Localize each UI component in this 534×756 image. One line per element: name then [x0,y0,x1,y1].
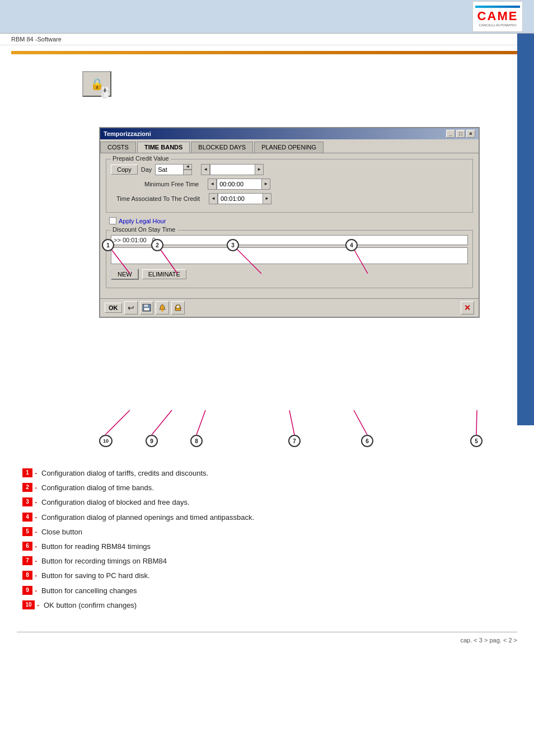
min-free-input[interactable] [217,179,261,190]
legend-badge-9: 9 [22,586,32,595]
discount-section-label: Discount On Stay Time [111,226,177,233]
legend-item-8: 8 - Button for saving to PC hard disk. [22,571,512,581]
accent-bar [11,51,523,54]
legend-text-8: Button for saving to PC hard disk. [41,571,150,581]
legend-item-2: 2 - Configuration dialog of time bands. [22,483,512,493]
dialog-window: Temporizzazioni _ □ × COSTS TIME BANDS B… [99,127,480,318]
right-spin-right[interactable]: ► [255,164,264,175]
apply-legal-checkbox[interactable] [109,217,116,224]
legend-item-5: 5 - Close button [22,527,512,537]
save-icon-button[interactable] [140,301,153,314]
minimize-button[interactable]: _ [446,130,455,138]
right-spin-left[interactable]: ◄ [201,164,210,175]
legend-item-4: 4 - Configuration dialog of planned open… [22,513,512,523]
legend-item-10: 10 - OK button (confirm changes) [22,600,512,611]
new-button[interactable]: NEW [111,269,139,280]
logo-text: CAME [477,9,518,24]
min-free-spin-left[interactable]: ◄ [208,179,217,190]
circle-2: 2 [151,239,163,251]
circle-4: 4 [345,239,358,251]
legend-dash-2: - [35,483,41,493]
legend-badge-8: 8 [22,571,32,580]
circle-9: 9 [146,435,158,447]
circle-1: 1 [102,239,114,251]
legend-dash-6: - [35,542,41,552]
dialog-body: Prepaid Credit Value Copy Day ◄ [100,153,479,298]
time-assoc-row: Time Associated To The Credit ◄ ► [111,193,468,204]
legend-badge-7: 7 [22,556,32,565]
legend-badge-4: 4 [22,513,32,522]
legend-item-9: 9 - Button for cancelling changes [22,586,512,596]
discount-table-row: >> 00:01:00 0 [111,235,468,245]
maximize-button[interactable]: □ [456,130,465,138]
write-icon-button[interactable] [171,301,185,314]
cancel-icon-button[interactable]: ↩ [124,301,138,314]
close-button[interactable]: ✕ [461,301,474,314]
time-assoc-label: Time Associated To The Credit [116,195,200,202]
screenshot-area: 🔒 🖱️ 1 2 3 4 5 6 7 8 9 10 Temporizzazion… [49,65,485,457]
legend-badge-2: 2 [22,483,32,492]
legend-area: 1 - Configuration dialog of tariffs, cre… [17,468,517,611]
time-assoc-input[interactable] [218,193,263,204]
tabs-row: COSTS TIME BANDS BLOCKED DAYS PLANED OPE… [100,139,479,153]
legend-text-6: Button for reading RBM84 timings [41,542,151,552]
app-icon-area: 🔒 🖱️ [82,71,111,97]
legend-badge-5: 5 [22,527,32,536]
bell-icon [158,303,167,312]
discount-section: Discount On Stay Time >> 00:01:00 0 NEW … [106,230,473,288]
day-spin-buttons: ◄ [183,164,192,175]
save-icon [142,304,151,312]
copy-row: Copy Day ◄ ◄ ► [111,164,468,175]
ok-button[interactable]: OK [105,303,122,313]
tab-planed-opening[interactable]: PLANED OPENING [254,142,324,153]
apply-legal-row: Apply Legal Hour [109,217,473,224]
close-title-button[interactable]: × [466,130,475,138]
prepaid-section: Prepaid Credit Value Copy Day ◄ [106,159,473,213]
day-spin-down[interactable] [183,170,192,175]
dialog-titlebar: Temporizzazioni _ □ × [100,128,479,139]
legend-badge-10: 10 [22,600,35,609]
circle-8: 8 [190,435,203,447]
discount-buttons-row: NEW ELIMINATE [111,269,468,280]
svg-marker-5 [175,308,181,311]
right-value-1[interactable] [210,164,255,175]
discount-empty-area [111,247,468,264]
legend-dash-8: - [35,571,41,581]
day-spin: ◄ [155,164,192,175]
min-free-spin: ◄ ► [208,179,270,190]
legend-dash-3: - [35,497,41,508]
legend-text-9: Button for cancelling changes [41,586,137,596]
tab-blocked-days[interactable]: BLOCKED DAYS [191,142,253,153]
came-logo: CAME CANCELLI AUTOMATICI [472,1,523,32]
legend-text-10: OK button (confirm changes) [44,600,137,611]
svg-point-4 [161,310,163,312]
min-free-spin-right[interactable]: ► [261,179,270,190]
eliminate-button[interactable]: ELIMINATE [142,269,186,279]
legend-dash-10: - [37,600,44,611]
time-assoc-spin-left[interactable]: ◄ [209,193,218,204]
time-assoc-spin: ◄ ► [209,193,271,204]
write-icon [174,303,182,312]
tab-time-bands[interactable]: TIME BANDS [137,142,190,153]
day-spin-up[interactable]: ◄ [183,164,192,170]
header: CAME CANCELLI AUTOMATICI [0,0,534,34]
main-content: 🔒 🖱️ 1 2 3 4 5 6 7 8 9 10 Temporizzazion… [0,60,534,626]
legend-badge-6: 6 [22,542,32,551]
logo-subtitle: CANCELLI AUTOMATICI [479,24,516,27]
legend-dash-1: - [35,468,41,478]
legend-item-1: 1 - Configuration dialog of tariffs, cre… [22,468,512,478]
right-spin-1: ◄ ► [201,164,264,175]
day-input[interactable] [155,164,183,175]
mouse-cursor-icon: 🖱️ [98,86,112,99]
legend-item-6: 6 - Button for reading RBM84 timings [22,542,512,552]
read-icon-button[interactable] [156,301,169,314]
svg-rect-2 [144,308,149,311]
legend-dash-9: - [35,586,41,596]
legend-text-7: Button for recording timings on RBM84 [41,556,167,566]
page-footer: cap. < 3 > pag. < 2 > [0,635,534,644]
copy-button[interactable]: Copy [111,165,138,175]
time-assoc-spin-right[interactable]: ► [263,193,271,204]
day-label: Day [141,166,152,173]
tab-costs[interactable]: COSTS [100,142,136,153]
legend-badge-3: 3 [22,497,32,506]
